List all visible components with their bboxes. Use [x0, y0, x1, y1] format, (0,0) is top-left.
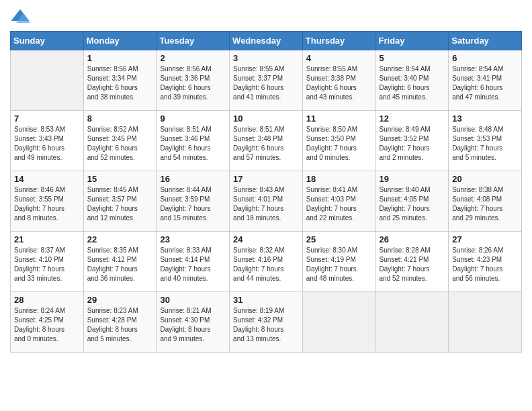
- day-number: 30: [160, 295, 226, 305]
- day-number: 25: [306, 234, 372, 244]
- day-number: 15: [87, 174, 153, 184]
- day-number: 18: [306, 174, 372, 184]
- calendar-cell: 7Sunrise: 8:53 AM Sunset: 3:43 PM Daylig…: [11, 111, 84, 171]
- page: SundayMondayTuesdayWednesdayThursdayFrid…: [0, 0, 532, 411]
- day-number: 3: [233, 53, 299, 63]
- calendar-cell: [11, 50, 84, 111]
- calendar-cell: 6Sunrise: 8:54 AM Sunset: 3:41 PM Daylig…: [449, 50, 522, 111]
- col-header-saturday: Saturday: [449, 32, 522, 50]
- day-info: Sunrise: 8:28 AM Sunset: 4:21 PM Dayligh…: [380, 246, 445, 283]
- col-header-monday: Monday: [83, 32, 157, 50]
- day-number: 9: [160, 113, 226, 124]
- day-info: Sunrise: 8:56 AM Sunset: 3:36 PM Dayligh…: [160, 64, 226, 102]
- calendar-table: SundayMondayTuesdayWednesdayThursdayFrid…: [10, 31, 522, 353]
- calendar-cell: 10Sunrise: 8:51 AM Sunset: 3:48 PM Dayli…: [230, 111, 303, 171]
- day-number: 16: [160, 174, 226, 184]
- day-info: Sunrise: 8:32 AM Sunset: 4:16 PM Dayligh…: [233, 246, 299, 283]
- header: [10, 7, 522, 27]
- day-info: Sunrise: 8:46 AM Sunset: 3:55 PM Dayligh…: [14, 185, 80, 223]
- col-header-wednesday: Wednesday: [230, 32, 303, 50]
- col-header-thursday: Thursday: [302, 32, 375, 50]
- calendar-cell: 27Sunrise: 8:26 AM Sunset: 4:23 PM Dayli…: [449, 232, 522, 292]
- day-number: 12: [380, 113, 445, 124]
- calendar-cell: 15Sunrise: 8:45 AM Sunset: 3:57 PM Dayli…: [83, 171, 157, 232]
- day-info: Sunrise: 8:40 AM Sunset: 4:05 PM Dayligh…: [380, 185, 445, 223]
- day-number: 10: [233, 113, 299, 124]
- calendar-cell: 11Sunrise: 8:50 AM Sunset: 3:50 PM Dayli…: [302, 111, 375, 171]
- calendar-cell: [375, 292, 449, 353]
- day-number: 19: [380, 174, 445, 184]
- header-row: SundayMondayTuesdayWednesdayThursdayFrid…: [11, 32, 522, 50]
- calendar-cell: 30Sunrise: 8:21 AM Sunset: 4:30 PM Dayli…: [157, 292, 230, 353]
- day-number: 6: [452, 53, 518, 63]
- calendar-cell: 20Sunrise: 8:38 AM Sunset: 4:08 PM Dayli…: [449, 171, 522, 232]
- calendar-cell: 21Sunrise: 8:37 AM Sunset: 4:10 PM Dayli…: [11, 232, 84, 292]
- day-info: Sunrise: 8:33 AM Sunset: 4:14 PM Dayligh…: [160, 246, 226, 283]
- day-number: 29: [87, 295, 153, 305]
- calendar-cell: 13Sunrise: 8:48 AM Sunset: 3:53 PM Dayli…: [449, 111, 522, 171]
- calendar-cell: 8Sunrise: 8:52 AM Sunset: 3:45 PM Daylig…: [83, 111, 157, 171]
- day-number: 21: [14, 234, 80, 244]
- day-info: Sunrise: 8:56 AM Sunset: 3:34 PM Dayligh…: [87, 64, 153, 102]
- calendar-cell: 14Sunrise: 8:46 AM Sunset: 3:55 PM Dayli…: [11, 171, 84, 232]
- day-number: 28: [14, 295, 80, 305]
- day-number: 20: [452, 174, 518, 184]
- day-info: Sunrise: 8:45 AM Sunset: 3:57 PM Dayligh…: [87, 185, 153, 223]
- week-row-3: 14Sunrise: 8:46 AM Sunset: 3:55 PM Dayli…: [11, 171, 522, 232]
- day-number: 24: [233, 234, 299, 244]
- calendar-cell: 9Sunrise: 8:51 AM Sunset: 3:46 PM Daylig…: [157, 111, 230, 171]
- day-info: Sunrise: 8:44 AM Sunset: 3:59 PM Dayligh…: [160, 185, 226, 223]
- calendar-cell: 24Sunrise: 8:32 AM Sunset: 4:16 PM Dayli…: [230, 232, 303, 292]
- calendar-cell: 17Sunrise: 8:43 AM Sunset: 4:01 PM Dayli…: [230, 171, 303, 232]
- calendar-cell: [302, 292, 375, 353]
- day-info: Sunrise: 8:54 AM Sunset: 3:41 PM Dayligh…: [452, 64, 518, 102]
- calendar-cell: 5Sunrise: 8:54 AM Sunset: 3:40 PM Daylig…: [375, 50, 449, 111]
- day-info: Sunrise: 8:51 AM Sunset: 3:46 PM Dayligh…: [160, 125, 226, 163]
- calendar-cell: 16Sunrise: 8:44 AM Sunset: 3:59 PM Dayli…: [157, 171, 230, 232]
- calendar-cell: 26Sunrise: 8:28 AM Sunset: 4:21 PM Dayli…: [375, 232, 449, 292]
- day-info: Sunrise: 8:49 AM Sunset: 3:52 PM Dayligh…: [380, 125, 445, 163]
- calendar-cell: 1Sunrise: 8:56 AM Sunset: 3:34 PM Daylig…: [83, 50, 157, 111]
- logo-icon: [10, 7, 30, 27]
- day-number: 13: [452, 113, 518, 124]
- calendar-cell: 28Sunrise: 8:24 AM Sunset: 4:25 PM Dayli…: [11, 292, 84, 353]
- week-row-1: 1Sunrise: 8:56 AM Sunset: 3:34 PM Daylig…: [11, 50, 522, 111]
- day-info: Sunrise: 8:24 AM Sunset: 4:25 PM Dayligh…: [14, 306, 80, 344]
- day-info: Sunrise: 8:19 AM Sunset: 4:32 PM Dayligh…: [233, 306, 299, 344]
- day-number: 14: [14, 174, 80, 184]
- calendar-cell: 25Sunrise: 8:30 AM Sunset: 4:19 PM Dayli…: [302, 232, 375, 292]
- day-info: Sunrise: 8:54 AM Sunset: 3:40 PM Dayligh…: [380, 64, 445, 102]
- day-info: Sunrise: 8:43 AM Sunset: 4:01 PM Dayligh…: [233, 185, 299, 223]
- calendar-cell: 3Sunrise: 8:55 AM Sunset: 3:37 PM Daylig…: [230, 50, 303, 111]
- calendar-cell: 12Sunrise: 8:49 AM Sunset: 3:52 PM Dayli…: [375, 111, 449, 171]
- col-header-tuesday: Tuesday: [157, 32, 230, 50]
- day-number: 17: [233, 174, 299, 184]
- day-number: 8: [87, 113, 153, 124]
- day-number: 4: [306, 53, 372, 63]
- day-number: 22: [87, 234, 153, 244]
- day-info: Sunrise: 8:55 AM Sunset: 3:37 PM Dayligh…: [233, 64, 299, 102]
- day-info: Sunrise: 8:50 AM Sunset: 3:50 PM Dayligh…: [306, 125, 372, 163]
- day-number: 27: [452, 234, 518, 244]
- day-number: 23: [160, 234, 226, 244]
- day-info: Sunrise: 8:52 AM Sunset: 3:45 PM Dayligh…: [87, 125, 153, 163]
- calendar-cell: 23Sunrise: 8:33 AM Sunset: 4:14 PM Dayli…: [157, 232, 230, 292]
- day-info: Sunrise: 8:53 AM Sunset: 3:43 PM Dayligh…: [14, 125, 80, 163]
- day-number: 11: [306, 113, 372, 124]
- logo: [10, 7, 33, 27]
- week-row-5: 28Sunrise: 8:24 AM Sunset: 4:25 PM Dayli…: [11, 292, 522, 353]
- day-info: Sunrise: 8:21 AM Sunset: 4:30 PM Dayligh…: [160, 306, 226, 344]
- day-number: 26: [380, 234, 445, 244]
- col-header-friday: Friday: [375, 32, 449, 50]
- day-info: Sunrise: 8:55 AM Sunset: 3:38 PM Dayligh…: [306, 64, 372, 102]
- day-number: 1: [87, 53, 153, 63]
- day-number: 31: [233, 295, 299, 305]
- calendar-cell: 29Sunrise: 8:23 AM Sunset: 4:28 PM Dayli…: [83, 292, 157, 353]
- calendar-cell: 18Sunrise: 8:41 AM Sunset: 4:03 PM Dayli…: [302, 171, 375, 232]
- col-header-sunday: Sunday: [11, 32, 84, 50]
- day-number: 5: [380, 53, 445, 63]
- calendar-cell: 4Sunrise: 8:55 AM Sunset: 3:38 PM Daylig…: [302, 50, 375, 111]
- week-row-2: 7Sunrise: 8:53 AM Sunset: 3:43 PM Daylig…: [11, 111, 522, 171]
- day-number: 7: [14, 113, 80, 124]
- day-number: 2: [160, 53, 226, 63]
